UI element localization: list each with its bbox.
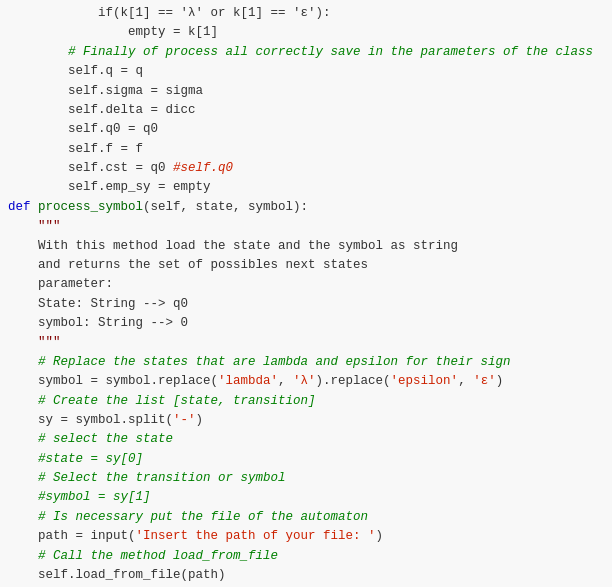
code-line: # Replace the states that are lambda and… <box>0 353 612 372</box>
code-line: State: String --> q0 <box>0 295 612 314</box>
code-line: With this method load the state and the … <box>0 237 612 256</box>
code-line: if(k[1] == 'λ' or k[1] == 'ε'): <box>0 4 612 23</box>
code-line: """ <box>0 217 612 236</box>
code-line: # Create the list [state, transition] <box>0 392 612 411</box>
code-line: # Is necessary put the file of the autom… <box>0 508 612 527</box>
code-line: self.load_from_file(path) <box>0 566 612 585</box>
code-line: # Finally of process all correctly save … <box>0 43 612 62</box>
code-line: self.emp_sy = empty <box>0 178 612 197</box>
code-line: and returns the set of possibles next st… <box>0 256 612 275</box>
code-line: parameter: <box>0 275 612 294</box>
code-line: self.cst = q0 #self.q0 <box>0 159 612 178</box>
code-line: """ <box>0 333 612 352</box>
code-line: def process_symbol(self, state, symbol): <box>0 198 612 217</box>
code-line: symbol: String --> 0 <box>0 314 612 333</box>
code-line: #state = sy[0] <box>0 450 612 469</box>
code-line: # Select the transition or symbol <box>0 469 612 488</box>
code-line: empty = k[1] <box>0 23 612 42</box>
code-line: # select the state <box>0 430 612 449</box>
code-line: sy = symbol.split('-') <box>0 411 612 430</box>
code-editor: if(k[1] == 'λ' or k[1] == 'ε'): empty = … <box>0 0 612 587</box>
code-line: self.q0 = q0 <box>0 120 612 139</box>
code-line: # Call the method load_from_file <box>0 547 612 566</box>
code-line: self.sigma = sigma <box>0 82 612 101</box>
code-line: self.q = q <box>0 62 612 81</box>
code-line: #symbol = sy[1] <box>0 488 612 507</box>
code-line: self.delta = dicc <box>0 101 612 120</box>
code-line: path = input('Insert the path of your fi… <box>0 527 612 546</box>
code-line: symbol = symbol.replace('lambda', 'λ').r… <box>0 372 612 391</box>
code-line: self.f = f <box>0 140 612 159</box>
